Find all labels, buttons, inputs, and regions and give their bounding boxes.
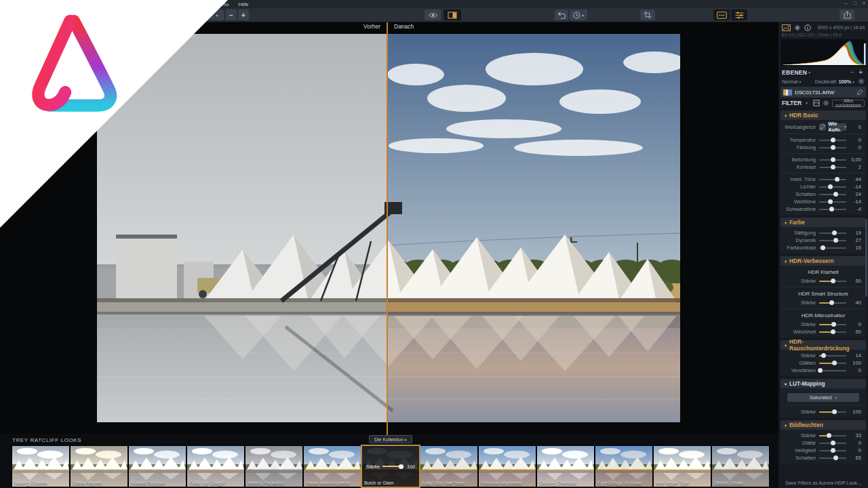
preset-thumbnail-butch-or-glam[interactable]: Stärke100Butch or Glam <box>362 446 419 487</box>
slider-gl-tten[interactable] <box>819 363 846 364</box>
zoom-out-button[interactable]: − <box>226 9 237 20</box>
slider-knob[interactable] <box>831 329 835 334</box>
preset-thumbnail-noblest-surprise[interactable]: Noblest Surprise <box>129 446 186 487</box>
export-share-button[interactable] <box>840 9 854 20</box>
slider-knob[interactable] <box>827 433 831 438</box>
section-header-lut-mapping[interactable]: ▾LUT-Mapping <box>781 379 866 388</box>
preset-thumbnail-zebra-regrets[interactable]: Zebra Regrets <box>71 446 127 487</box>
slider-kontrast[interactable] <box>819 167 846 168</box>
slider-farbkontrast[interactable] <box>819 247 846 249</box>
preset-thumbnail-anti-vegan-tiger[interactable]: Anti Vegan Tiger <box>654 446 711 487</box>
slider-knob[interactable] <box>818 368 823 373</box>
slider-knob[interactable] <box>829 300 834 305</box>
compass-icon[interactable] <box>794 22 801 34</box>
slider-st-rke[interactable] <box>819 355 846 357</box>
info-icon[interactable] <box>804 22 811 34</box>
filters-panel-toggle[interactable] <box>731 9 747 20</box>
section-header-bildleuchten[interactable]: ▾Bildleuchten <box>781 420 866 430</box>
wb-preset-dropdown[interactable]: Wie Aufn.▾ <box>828 123 846 131</box>
close-button[interactable]: × <box>863 1 865 5</box>
slider-knob[interactable] <box>832 409 837 414</box>
preset-thumbnail-censory-overload[interactable]: Censory Overload <box>537 446 594 487</box>
preset-thumbnail-egghdrugs-on-brain[interactable]: EggHDRugs on Brain <box>595 446 652 487</box>
slider-schwarzt-ne[interactable] <box>819 209 846 210</box>
slider-knob[interactable] <box>832 361 837 365</box>
section-header-farbe[interactable]: ▾Farbe <box>781 218 866 227</box>
slider-knob[interactable] <box>831 322 836 327</box>
preset-strength-slider[interactable] <box>382 466 404 467</box>
collection-dropdown-button[interactable]: Die Kollektion ▴ <box>369 435 412 443</box>
photo-before-after[interactable] <box>97 34 680 422</box>
reset-all-button[interactable]: Alles zurücksetzen <box>832 100 865 107</box>
slider-knob[interactable] <box>821 245 825 250</box>
looks-panel-toggle[interactable] <box>713 9 730 20</box>
slider-knob[interactable] <box>833 455 838 460</box>
blend-mode-dropdown[interactable]: Normal▾ <box>782 79 801 85</box>
slider-schatten[interactable] <box>819 458 846 459</box>
slider-knob[interactable] <box>831 157 835 162</box>
save-look-link[interactable]: Save Filters as Aurora HDR Look... <box>778 480 868 486</box>
slider-knob[interactable] <box>831 441 835 445</box>
slider-knob[interactable] <box>821 353 826 358</box>
layer-settings-gear-icon[interactable] <box>858 78 865 86</box>
preset-thumbnail-indoor-melonsqueeze[interactable]: Indoor Melonsqueeze <box>304 446 361 487</box>
compare-split-button[interactable] <box>443 9 461 20</box>
slider-knob[interactable] <box>833 192 838 197</box>
slider-st-rke[interactable] <box>819 302 846 304</box>
preset-thumbnail-melting-pocketfun[interactable]: Melting Pocketfun <box>245 446 302 487</box>
preset-thumbnail-lady-boy-over-here[interactable]: Lady! Boy over here! <box>420 446 477 487</box>
preset-thumbnail-restroom-mysteries[interactable]: Restroom Mysteries <box>479 446 536 487</box>
histogram[interactable] <box>781 39 866 66</box>
add-layer-button[interactable]: + <box>856 70 865 75</box>
slider-knob[interactable] <box>828 184 833 189</box>
navigator-image-icon[interactable] <box>782 22 791 34</box>
compare-divider-handle[interactable] <box>387 22 388 436</box>
preview-eye-button[interactable] <box>425 9 441 20</box>
section-header-hdr-rauschunterdr-ckung[interactable]: ▾HDR-Rauschunterdrückung <box>781 340 866 350</box>
slider-st-rke[interactable] <box>819 324 846 325</box>
slider-lichter[interactable] <box>819 186 846 188</box>
slider-knob[interactable] <box>831 279 835 283</box>
slider-knob[interactable] <box>831 138 835 142</box>
slider-helligkeit[interactable] <box>819 450 846 451</box>
remove-layer-button[interactable]: − <box>848 70 856 75</box>
slider-knob[interactable] <box>835 177 840 182</box>
preset-thumbnail-making-cookies[interactable]: Making Cookies <box>12 446 69 487</box>
slider-wei-t-ne[interactable] <box>819 201 846 203</box>
slider-temperatur[interactable] <box>819 140 846 141</box>
slider-st-rke[interactable] <box>819 411 846 413</box>
section-header-hdr-basic[interactable]: ▾HDR Basic <box>781 110 866 120</box>
slider-knob[interactable] <box>831 448 835 453</box>
undo-button[interactable] <box>555 9 568 20</box>
slider-knob[interactable] <box>828 199 833 204</box>
slider-s-ttigung[interactable] <box>819 232 846 234</box>
slider-knob[interactable] <box>831 145 835 150</box>
layer-brush-icon[interactable] <box>856 86 863 98</box>
slider-intell-t-ne[interactable] <box>819 179 846 180</box>
layers-panel-title[interactable]: EBENEN <box>782 69 807 76</box>
minimize-button[interactable]: – <box>845 1 848 5</box>
crop-button[interactable] <box>640 9 655 20</box>
slider-st-rke[interactable] <box>819 435 846 436</box>
layer-row[interactable]: DSC01731.ARW <box>781 87 866 98</box>
slider-f-rbung[interactable] <box>819 147 846 148</box>
slider-st-rke[interactable] <box>819 281 846 282</box>
slider-belichtung[interactable] <box>819 159 846 161</box>
slider-schatten[interactable] <box>819 194 846 195</box>
slider-gl-tte[interactable] <box>819 443 846 444</box>
slider-dynamik[interactable] <box>819 240 846 241</box>
preset-thumbnail-giddy-up-cowgirl[interactable]: Giddy Up Cowgirl <box>187 446 244 487</box>
filter-panel-title[interactable]: FILTER <box>782 100 802 106</box>
sidebar-scrollbar[interactable] <box>865 219 867 297</box>
zoom-in-button[interactable]: + <box>238 9 249 20</box>
slider-knob[interactable] <box>832 230 837 235</box>
menu-item-help[interactable]: Hilfe <box>238 1 248 7</box>
section-header-hdr-verbessern[interactable]: ▾HDR-Verbessern <box>781 256 866 266</box>
slider-verst-rken[interactable] <box>819 370 846 371</box>
slider-weichheit[interactable] <box>819 331 846 333</box>
maximize-button[interactable]: □ <box>854 1 856 5</box>
lut-preset-button[interactable]: Saturated▾ <box>787 393 859 402</box>
filter-settings-gear-icon[interactable] <box>823 97 829 109</box>
opacity-control[interactable]: Deckkraft: 100%▾ <box>815 79 854 85</box>
slider-knob[interactable] <box>831 165 835 169</box>
